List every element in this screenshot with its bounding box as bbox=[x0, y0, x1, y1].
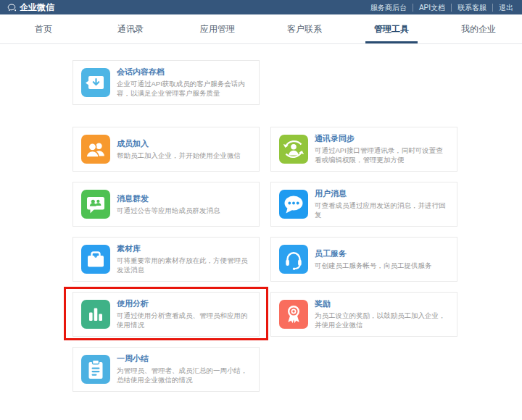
nav-tab-admin-tools[interactable]: 管理工具 bbox=[348, 14, 435, 43]
card-text: 使用分析可通过使用分析查看成员、管理员和应用的使用情况 bbox=[117, 299, 252, 329]
nav-tab-apps[interactable]: 应用管理 bbox=[174, 14, 261, 43]
card-text: 消息群发可通过公告等应用给成员群发消息 bbox=[117, 194, 252, 215]
card-employee-service[interactable]: 员工服务可创建员工服务帐号，向员工提供服务 bbox=[270, 237, 457, 282]
nav-tab-customer[interactable]: 客户联系 bbox=[261, 14, 348, 43]
card-description: 帮助员工加入企业，并开始使用企业微信 bbox=[117, 151, 252, 160]
card-title: 员工服务 bbox=[315, 249, 450, 259]
card-description: 可通过使用分析查看成员、管理员和应用的使用情况 bbox=[117, 311, 252, 329]
card-title: 一周小结 bbox=[117, 354, 252, 364]
card-usage-analysis[interactable]: 使用分析可通过使用分析查看成员、管理员和应用的使用情况 bbox=[72, 292, 260, 337]
card-title: 消息群发 bbox=[117, 194, 252, 203]
card-description: 可将重要常用的素材存放在此，方便管理员发送消息 bbox=[117, 256, 252, 274]
content-area: 会话内容存档企业可通过API获取成员的客户服务会话内容，以满足企业管理客户服务质… bbox=[0, 44, 522, 420]
topbar-link-logout[interactable]: 退出 bbox=[493, 4, 515, 12]
main-nav: 首页通讯录应用管理客户联系管理工具我的企业 bbox=[0, 14, 522, 44]
card-description: 可创建员工服务帐号，向员工提供服务 bbox=[315, 261, 450, 270]
card-description: 企业可通过API获取成员的客户服务会话内容，以满足企业管理客户服务质量 bbox=[117, 79, 252, 98]
briefcase-icon bbox=[81, 245, 110, 274]
topbar-link-provider-console[interactable]: 服务商后台 bbox=[365, 4, 413, 12]
card-description: 为管理员、管理者、成员汇总的一周小结，总结使用企业微信的情况 bbox=[117, 366, 252, 385]
card-title: 用户消息 bbox=[315, 189, 450, 198]
card-reward[interactable]: 奖励为员工设立的奖励，以鼓励员工加入企业，并使用企业微信 bbox=[270, 292, 457, 337]
topbar: 企业微信 服务商后台API文档联系客服退出 bbox=[0, 0, 522, 14]
medal-icon bbox=[279, 300, 308, 329]
card-description: 可查看成员通过应用发送的消息，并进行回复 bbox=[315, 201, 450, 219]
card-text: 奖励为员工设立的奖励，以鼓励员工加入企业，并使用企业微信 bbox=[315, 299, 450, 329]
enterprise-wechat-admin-page: 企业微信 服务商后台API文档联系客服退出 首页通讯录应用管理客户联系管理工具我… bbox=[0, 0, 522, 420]
card-title: 通讯录同步 bbox=[315, 134, 450, 143]
topbar-link-api-docs[interactable]: API文档 bbox=[413, 4, 452, 12]
nav-tab-my-company[interactable]: 我的企业 bbox=[435, 14, 522, 43]
card-text: 素材库可将重要常用的素材存放在此，方便管理员发送消息 bbox=[117, 244, 252, 274]
brand[interactable]: 企业微信 bbox=[7, 1, 54, 14]
card-title: 成员加入 bbox=[117, 139, 252, 148]
chat-dots-icon bbox=[279, 190, 308, 219]
card-title: 会话内容存档 bbox=[117, 67, 252, 77]
card-title: 使用分析 bbox=[117, 299, 252, 308]
card-description: 可通过公告等应用给成员群发消息 bbox=[117, 206, 252, 215]
card-description: 可通过API接口管理通讯录，同时可设置查看或编辑权限，管理更加方便 bbox=[315, 146, 450, 164]
card-message-broadcast[interactable]: 消息群发可通过公告等应用给成员群发消息 bbox=[72, 182, 260, 227]
broadcast-bubble-icon bbox=[81, 190, 110, 219]
topbar-links: 服务商后台API文档联系客服退出 bbox=[365, 4, 515, 12]
card-session-archive[interactable]: 会话内容存档企业可通过API获取成员的客户服务会话内容，以满足企业管理客户服务质… bbox=[72, 60, 260, 105]
nav-tab-contacts[interactable]: 通讯录 bbox=[87, 14, 174, 43]
card-text: 员工服务可创建员工服务帐号，向员工提供服务 bbox=[315, 249, 450, 270]
bar-chart-icon bbox=[81, 300, 110, 329]
topbar-link-contact-support[interactable]: 联系客服 bbox=[452, 4, 493, 12]
card-member-join[interactable]: 成员加入帮助员工加入企业，并开始使用企业微信 bbox=[72, 127, 260, 172]
card-title: 素材库 bbox=[117, 244, 252, 253]
brand-name: 企业微信 bbox=[20, 1, 54, 14]
members-icon bbox=[81, 135, 110, 164]
card-weekly-summary[interactable]: 一周小结为管理员、管理者、成员汇总的一周小结，总结使用企业微信的情况 bbox=[72, 347, 260, 392]
clipboard-icon bbox=[81, 355, 110, 384]
featured-card-slot: 会话内容存档企业可通过API获取成员的客户服务会话内容，以满足企业管理客户服务质… bbox=[72, 60, 260, 105]
tool-cards-grid: 成员加入帮助员工加入企业，并开始使用企业微信通讯录同步可通过API接口管理通讯录… bbox=[72, 127, 457, 392]
card-text: 会话内容存档企业可通过API获取成员的客户服务会话内容，以满足企业管理客户服务质… bbox=[117, 67, 252, 98]
contacts-sync-icon bbox=[279, 135, 308, 164]
card-text: 成员加入帮助员工加入企业，并开始使用企业微信 bbox=[117, 139, 252, 160]
card-contacts-sync[interactable]: 通讯录同步可通过API接口管理通讯录，同时可设置查看或编辑权限，管理更加方便 bbox=[270, 127, 457, 172]
card-text: 通讯录同步可通过API接口管理通讯录，同时可设置查看或编辑权限，管理更加方便 bbox=[315, 134, 450, 164]
card-description: 为员工设立的奖励，以鼓励员工加入企业，并使用企业微信 bbox=[315, 311, 450, 329]
wechat-work-logo-icon bbox=[7, 3, 17, 12]
card-text: 一周小结为管理员、管理者、成员汇总的一周小结，总结使用企业微信的情况 bbox=[117, 354, 252, 385]
headset-icon bbox=[279, 245, 308, 274]
nav-tab-home[interactable]: 首页 bbox=[0, 14, 87, 43]
chat-archive-icon bbox=[81, 68, 110, 97]
card-material-library[interactable]: 素材库可将重要常用的素材存放在此，方便管理员发送消息 bbox=[72, 237, 260, 282]
card-title: 奖励 bbox=[315, 299, 450, 308]
card-text: 用户消息可查看成员通过应用发送的消息，并进行回复 bbox=[315, 189, 450, 219]
card-user-message[interactable]: 用户消息可查看成员通过应用发送的消息，并进行回复 bbox=[270, 182, 457, 227]
